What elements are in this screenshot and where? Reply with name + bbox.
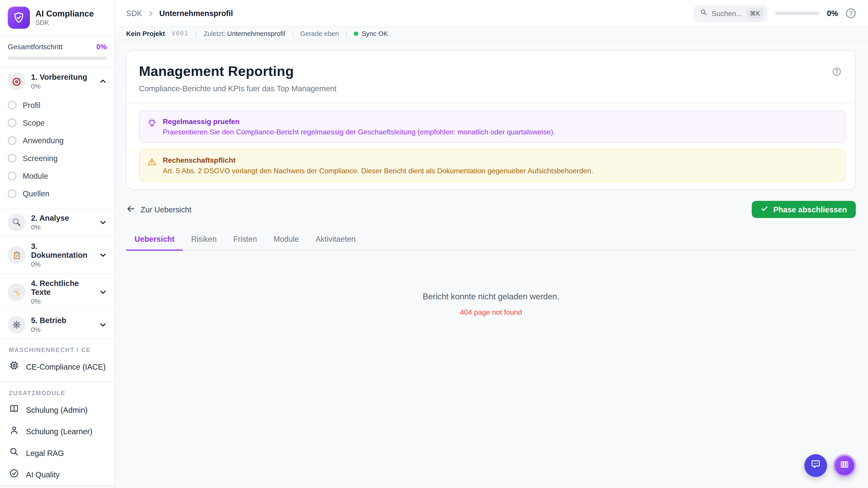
status-time: Gerade eben <box>300 30 339 37</box>
overall-progress-block: Gesamtfortschritt 0% <box>0 36 115 68</box>
phase-analyse: 2. Analyse 0% <box>0 208 115 237</box>
chevron-up-icon <box>99 77 107 85</box>
status-bar: Kein Projekt V001 | Zuletzt: Unternehmen… <box>115 27 868 40</box>
complete-phase-button[interactable]: Phase abschliessen <box>752 201 856 218</box>
tab-aktivitaeten[interactable]: Aktivitaeten <box>307 229 364 251</box>
target-emoji-icon <box>8 72 25 90</box>
tip-title: Regelmaessig pruefen <box>163 117 555 126</box>
topbar-progress-bar <box>775 11 819 15</box>
sidebar: AI Compliance SDK Gesamtfortschritt 0% <box>0 0 115 488</box>
lightbulb-icon <box>147 119 157 136</box>
search-icon <box>9 447 20 459</box>
sidebar-item-ai-quality[interactable]: AI Quality <box>0 464 115 485</box>
topbar: SDK Unternehmensprofil Suchen... ⌘K 0% ? <box>115 0 868 27</box>
check-icon <box>761 205 768 214</box>
phase-percent: 0% <box>31 83 94 90</box>
phase-analyse-header[interactable]: 2. Analyse 0% <box>0 208 115 236</box>
phase-vorbereitung: 1. Vorbereitung 0% Profil Scope Anwendun… <box>0 68 115 208</box>
question-circle-icon[interactable]: ? <box>846 8 856 18</box>
app-title: AI Compliance <box>35 9 94 18</box>
check-circle-icon <box>9 468 20 481</box>
step-radio <box>8 101 17 109</box>
warning-triangle-icon <box>147 157 157 175</box>
topbar-progress-value: 0% <box>827 9 838 18</box>
open-book-icon <box>9 403 20 416</box>
cpu-chip-icon <box>9 360 20 373</box>
columns-icon <box>839 459 850 472</box>
content-area: Management Reporting Compliance-Berichte… <box>115 40 868 488</box>
user-icon <box>9 425 20 437</box>
clipboard-emoji-icon <box>8 246 25 264</box>
warning-title: Rechenschaftspflicht <box>163 156 593 164</box>
warning-notice: Rechenschaftspflicht Art. 5 Abs. 2 DSGVO… <box>139 149 846 182</box>
search-shortcut-badge: ⌘K <box>747 8 763 19</box>
step-profil[interactable]: Profil <box>0 96 115 114</box>
tab-uebersicht[interactable]: Uebersicht <box>126 229 183 251</box>
phase-vorbereitung-steps: Profil Scope Anwendung Screening Module … <box>0 95 115 208</box>
section-label: ZUSATZMODULE <box>0 382 115 399</box>
chat-bubble-icon <box>810 459 822 473</box>
chevron-down-icon <box>99 321 107 328</box>
status-version: V001 <box>172 30 188 37</box>
step-scope[interactable]: Scope <box>0 114 115 131</box>
overall-progress-value: 0% <box>96 43 107 51</box>
actions-row: Zur Uebersicht Phase abschliessen <box>126 201 856 218</box>
tab-bar: Uebersicht Risiken Fristen Module Aktivi… <box>126 229 856 251</box>
warning-text: Art. 5 Abs. 2 DSGVO verlangt den Nachwei… <box>163 166 593 175</box>
gear-emoji-icon <box>8 316 25 333</box>
tab-fristen[interactable]: Fristen <box>225 229 265 251</box>
chevron-right-icon <box>147 10 154 17</box>
phase-dokumentation-header[interactable]: 3. Dokumentation 0% <box>0 237 115 273</box>
step-radio <box>8 189 17 198</box>
back-to-overview-link[interactable]: Zur Uebersicht <box>126 204 191 215</box>
phase-nav: 1. Vorbereitung 0% Profil Scope Anwendun… <box>0 68 115 339</box>
chat-fab-button[interactable] <box>804 454 827 477</box>
status-project: Kein Projekt <box>126 30 165 37</box>
status-sync: Sync OK <box>354 30 388 37</box>
phase-betrieb: 5. Betrieb 0% <box>0 311 115 339</box>
floating-buttons <box>804 454 856 477</box>
phase-dokumentation: 3. Dokumentation 0% <box>0 237 115 274</box>
tab-module[interactable]: Module <box>265 229 307 251</box>
report-error-block: Bericht konnte nicht geladen werden. 404… <box>126 292 856 317</box>
chevron-down-icon <box>99 219 107 226</box>
sidebar-item-schulung-learner[interactable]: Schulung (Learner) <box>0 420 115 442</box>
phase-vorbereitung-header[interactable]: 1. Vorbereitung 0% <box>0 68 115 95</box>
main-area: SDK Unternehmensprofil Suchen... ⌘K 0% ? <box>115 0 868 488</box>
app-root: AI Compliance SDK Gesamtfortschritt 0% <box>0 0 868 488</box>
search-input[interactable]: Suchen... ⌘K <box>693 5 767 22</box>
phase-title: 1. Vorbereitung <box>31 72 94 81</box>
section-label: MASCHINENRECHT / CE <box>0 339 115 356</box>
app-subtitle: SDK <box>35 19 94 26</box>
chevron-down-icon <box>99 288 107 296</box>
step-radio <box>8 136 17 145</box>
panels-fab-button[interactable] <box>833 454 856 477</box>
page-subtitle: Compliance-Berichte und KPIs fuer das To… <box>139 84 843 93</box>
sidebar-item-schulung-admin[interactable]: Schulung (Admin) <box>0 399 115 421</box>
phase-rechtliche-texte-header[interactable]: 4. Rechtliche Texte 0% <box>0 274 115 311</box>
step-screening[interactable]: Screening <box>0 149 115 167</box>
tab-risiken[interactable]: Risiken <box>183 229 225 251</box>
memo-pencil-emoji-icon <box>8 283 25 301</box>
step-module[interactable]: Module <box>0 167 115 185</box>
phase-rechtliche-texte: 4. Rechtliche Texte 0% <box>0 274 115 311</box>
tip-notice: Regelmaessig pruefen Praesentieren Sie d… <box>139 111 846 143</box>
chevron-down-icon <box>99 251 107 259</box>
search-placeholder: Suchen... <box>712 9 742 18</box>
step-radio <box>8 119 17 127</box>
breadcrumb: SDK Unternehmensprofil <box>126 9 233 18</box>
sidebar-item-legal-rag[interactable]: Legal RAG <box>0 442 115 464</box>
phase-betrieb-header[interactable]: 5. Betrieb 0% <box>0 311 115 338</box>
overall-progress-bar <box>8 57 107 60</box>
step-radio <box>8 171 17 180</box>
error-detail: 404 page not found <box>126 308 856 317</box>
status-last: Zuletzt: Unternehmensprofil <box>204 30 285 37</box>
card-help-icon[interactable] <box>831 66 842 79</box>
step-anwendung[interactable]: Anwendung <box>0 132 115 149</box>
error-message: Bericht konnte nicht geladen werden. <box>126 292 856 301</box>
shield-check-icon <box>8 6 30 29</box>
sidebar-item-ce-compliance[interactable]: CE-Compliance (IACE) <box>0 356 115 378</box>
step-quellen[interactable]: Quellen <box>0 185 115 202</box>
breadcrumb-root[interactable]: SDK <box>126 9 142 18</box>
app-logo-block: AI Compliance SDK <box>0 0 115 36</box>
